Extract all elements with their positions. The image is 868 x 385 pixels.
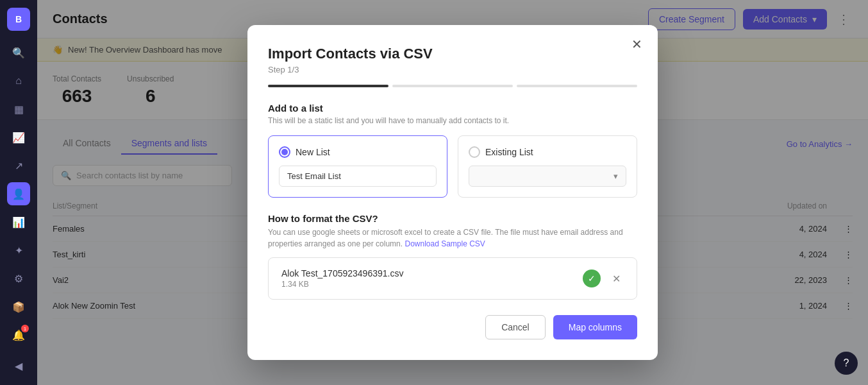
sidebar-item-magic[interactable]: ✦ [7, 239, 30, 262]
existing-list-option[interactable]: Existing List ▾ [458, 135, 637, 198]
existing-list-select[interactable]: ▾ [469, 166, 626, 187]
existing-list-label: Existing List [485, 147, 533, 157]
progress-step-2 [392, 85, 513, 87]
file-remove-button[interactable]: ✕ [608, 271, 624, 286]
list-options: New List Existing List ▾ [268, 135, 637, 198]
progress-bar [268, 85, 637, 87]
sidebar-item-settings[interactable]: ⚙ [7, 267, 30, 290]
download-csv-link[interactable]: Download Sample CSV [405, 239, 485, 248]
file-size: 1.34 KB [281, 280, 575, 289]
import-modal: Import Contacts via CSV Step 1/3 ✕ Add t… [247, 25, 658, 360]
add-to-list-desc: This will be a static list and you will … [268, 116, 637, 125]
sidebar-item-collapse[interactable]: ◀ [7, 354, 30, 377]
modal-title: Import Contacts via CSV [268, 46, 637, 62]
file-check-icon: ✓ [583, 270, 601, 287]
existing-list-header: Existing List [469, 146, 626, 158]
radio-inner [281, 149, 288, 155]
sidebar-item-chart[interactable]: 📈 [7, 126, 30, 149]
modal-footer: Cancel Map columns [268, 315, 637, 339]
file-name: Alok Test_1705923496391.csv [281, 268, 575, 278]
main-content: Contacts Create Segment Add Contacts ▾ ⋮… [37, 0, 868, 385]
modal-close-button[interactable]: ✕ [631, 38, 642, 51]
file-info: Alok Test_1705923496391.csv 1.34 KB [281, 268, 575, 289]
new-list-option[interactable]: New List [268, 135, 447, 198]
new-list-input[interactable] [279, 166, 437, 187]
help-button[interactable]: ? [835, 352, 858, 375]
csv-section-title: How to format the CSV? [268, 213, 637, 224]
csv-section-desc: You can use google sheets or microsoft e… [268, 227, 637, 250]
sidebar-item-box[interactable]: 📦 [7, 295, 30, 318]
modal-overlay: Import Contacts via CSV Step 1/3 ✕ Add t… [37, 0, 868, 385]
sidebar-item-analytics[interactable]: 📊 [7, 210, 30, 234]
existing-list-radio[interactable] [469, 146, 480, 158]
sidebar-item-search[interactable]: 🔍 [7, 41, 30, 64]
modal-step: Step 1/3 [268, 65, 637, 74]
sidebar-logo: B [7, 8, 30, 31]
sidebar-item-home[interactable]: ⌂ [7, 69, 30, 92]
map-columns-button[interactable]: Map columns [553, 315, 637, 339]
progress-step-1 [268, 85, 388, 87]
add-to-list-title: Add to a list [268, 103, 637, 114]
cancel-button[interactable]: Cancel [485, 315, 546, 339]
file-upload-box: Alok Test_1705923496391.csv 1.34 KB ✓ ✕ [268, 257, 637, 300]
new-list-label: New List [296, 147, 330, 157]
sidebar: B 🔍 ⌂ ▦ 📈 ↗ 👤 📊 ✦ ⚙ 📦 🔔 1 ◀ [0, 0, 37, 385]
new-list-header: New List [279, 146, 437, 158]
sidebar-item-bell[interactable]: 🔔 1 [7, 323, 30, 346]
progress-step-3 [517, 85, 637, 87]
chevron-down-icon: ▾ [613, 171, 618, 181]
notification-badge: 1 [21, 325, 29, 332]
sidebar-item-contacts[interactable]: 👤 [7, 182, 30, 205]
sidebar-item-grid[interactable]: ▦ [7, 98, 30, 121]
sidebar-item-share[interactable]: ↗ [7, 154, 30, 177]
new-list-radio[interactable] [279, 146, 290, 158]
